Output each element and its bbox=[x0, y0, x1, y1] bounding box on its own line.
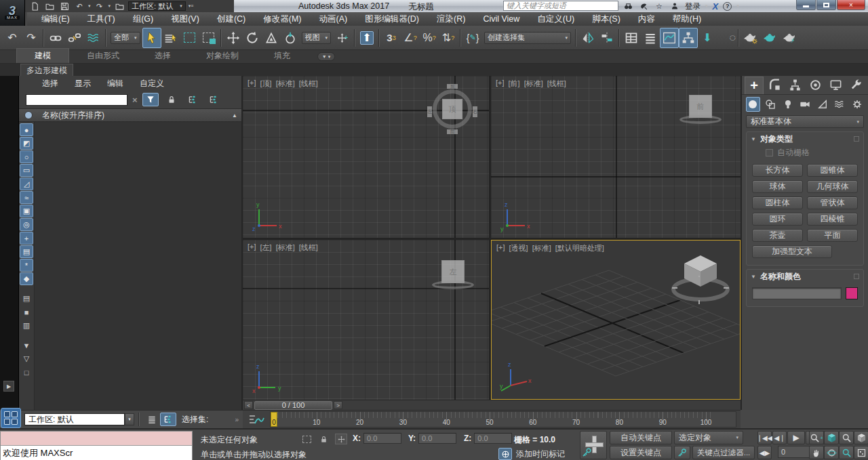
go-to-start-button[interactable]: ❘◀◀ bbox=[757, 431, 772, 444]
viewport-menu-standard[interactable]: [标准] bbox=[524, 79, 543, 89]
snaps-toggle-button[interactable]: 33 bbox=[382, 28, 401, 48]
toggle-ribbon-button[interactable]: ⬇ bbox=[698, 28, 717, 48]
set-keys-button[interactable] bbox=[580, 431, 607, 459]
unlink-selection-button[interactable] bbox=[65, 28, 84, 48]
help-icon[interactable]: ? bbox=[723, 2, 732, 11]
rendered-frame-window-button[interactable] bbox=[760, 28, 779, 48]
pan-view-button[interactable] bbox=[809, 446, 824, 459]
schematic-view-button[interactable] bbox=[679, 28, 698, 48]
menu-item-u[interactable]: 自定义(U) bbox=[528, 12, 583, 26]
clear-search-icon[interactable]: × bbox=[132, 95, 138, 105]
zoom-all-button[interactable]: + bbox=[809, 431, 824, 444]
toggle-space-warps-icon[interactable]: ≈ bbox=[20, 191, 33, 204]
object-type-rollout-header[interactable]: ▼ 对象类型 bbox=[747, 132, 863, 146]
tab-modify[interactable] bbox=[765, 77, 784, 94]
viewcube-compass-ring[interactable] bbox=[679, 115, 722, 124]
category-cameras-icon[interactable] bbox=[798, 97, 812, 112]
ribbon-tab[interactable]: 填充 bbox=[256, 49, 308, 63]
search-input[interactable]: 键入关键字或短语 bbox=[503, 1, 618, 11]
align-button[interactable] bbox=[597, 28, 616, 48]
search-help-icon[interactable] bbox=[623, 1, 633, 11]
auto-key-button[interactable]: 自动关键点 bbox=[610, 431, 672, 444]
previous-frame-button[interactable]: ◀❘ bbox=[772, 431, 787, 444]
sort-ascending-icon[interactable]: ▲ bbox=[232, 112, 237, 119]
primitive-button[interactable]: 几何球体 bbox=[807, 180, 858, 193]
viewcube-compass-ring[interactable] bbox=[432, 280, 474, 289]
object-name-field[interactable] bbox=[752, 287, 842, 299]
play-button[interactable]: ▶ bbox=[787, 431, 805, 444]
maximize-button[interactable] bbox=[816, 0, 836, 10]
object-color-swatch[interactable] bbox=[846, 287, 858, 299]
viewport-menu-standard[interactable]: [标准] bbox=[532, 243, 551, 253]
viewcube-right-tab[interactable]: 右 bbox=[473, 106, 477, 117]
rectangular-selection-region-button[interactable] bbox=[180, 28, 199, 48]
ribbon-tab[interactable]: 对象绘制 bbox=[189, 49, 256, 63]
toggle-shapes-icon[interactable]: ◩ bbox=[20, 137, 33, 150]
menu-item-g[interactable]: 组(G) bbox=[124, 12, 163, 26]
previous-frame-arrow[interactable]: < bbox=[244, 401, 253, 409]
x-coordinate-field[interactable]: 0.0 bbox=[363, 433, 401, 444]
category-helpers-icon[interactable] bbox=[815, 97, 829, 112]
redo-icon[interactable]: ↷ bbox=[94, 1, 106, 12]
zoom-button[interactable] bbox=[839, 431, 854, 444]
viewcube-top-face[interactable]: 顶 bbox=[442, 99, 462, 119]
hierarchy-mode-icon[interactable] bbox=[184, 93, 201, 106]
primitive-category-dropdown[interactable]: 标准基本体 ▾ bbox=[746, 115, 864, 128]
tab-display[interactable] bbox=[826, 77, 845, 94]
flat-view-icon[interactable]: ■ bbox=[20, 306, 33, 318]
y-coordinate-field[interactable]: 0.0 bbox=[418, 433, 456, 444]
name-color-rollout-header[interactable]: ▼ 名称和颜色 bbox=[747, 270, 863, 283]
render-setup-button[interactable] bbox=[741, 28, 760, 48]
viewport-menu-general[interactable]: [+] bbox=[248, 243, 256, 253]
viewport-left[interactable]: [+] [左] [标准] [线框] 左 z y x bbox=[243, 240, 489, 400]
viewport-menu-shading[interactable]: [线框] bbox=[299, 79, 318, 89]
redo-button[interactable]: ↷ bbox=[22, 28, 41, 48]
primitive-button[interactable]: 圆环 bbox=[752, 213, 803, 226]
viewcube-left-tab[interactable]: 左 bbox=[427, 106, 432, 117]
primitive-button[interactable]: 管状体 bbox=[807, 196, 858, 209]
container-view-icon[interactable]: □ bbox=[20, 366, 33, 379]
open-file-icon[interactable] bbox=[43, 1, 56, 12]
viewport-menu-shading[interactable]: [默认明暗处理] bbox=[555, 243, 604, 253]
scene-explorer-toggle-icon[interactable] bbox=[160, 413, 176, 426]
tab-utilities[interactable] bbox=[846, 77, 865, 94]
primitive-button[interactable]: 平面 bbox=[807, 229, 858, 242]
category-geometry-icon[interactable] bbox=[746, 97, 760, 112]
zoom-extents-button[interactable] bbox=[854, 431, 868, 444]
set-key-button[interactable]: 设置关键点 bbox=[610, 446, 672, 459]
viewport-menu-shading[interactable]: [线框] bbox=[547, 79, 566, 89]
menu-item-m[interactable]: 修改器(M) bbox=[254, 12, 310, 26]
primitive-button[interactable]: 球体 bbox=[752, 180, 803, 193]
viewport-menu-pov[interactable]: [透视] bbox=[509, 243, 528, 253]
workspace-selector-caret-icon[interactable]: ▾ bbox=[125, 413, 134, 425]
menu-item-v[interactable]: 视图(V) bbox=[162, 12, 208, 26]
select-and-move-button[interactable] bbox=[224, 28, 243, 48]
orbit-button[interactable] bbox=[824, 446, 839, 459]
isolate-selection-icon[interactable] bbox=[300, 434, 313, 444]
toggle-cameras-icon[interactable]: ▭ bbox=[20, 164, 33, 177]
reference-coordsys-dropdown[interactable]: 视图▾ bbox=[302, 32, 332, 44]
toggle-frozen-icon[interactable]: * bbox=[20, 259, 33, 272]
lock-explorer-icon[interactable] bbox=[163, 93, 180, 106]
menu-item-r[interactable]: 渲染(R) bbox=[428, 12, 474, 26]
overflow-chevrons-icon[interactable]: » bbox=[235, 416, 239, 423]
explorer-menu-item[interactable]: 显示 bbox=[66, 78, 99, 89]
communication-center-icon[interactable] bbox=[638, 1, 649, 11]
filter-combination-icon[interactable]: ▼ bbox=[20, 339, 33, 352]
undo-icon[interactable]: ↶ bbox=[73, 1, 85, 12]
zoom-extents-all-button[interactable] bbox=[824, 431, 839, 444]
menu-item-d[interactable]: 图形编辑器(D) bbox=[356, 12, 428, 26]
signin-caret-icon[interactable]: ▾ bbox=[705, 3, 708, 9]
viewport-menu-standard[interactable]: [标准] bbox=[276, 243, 295, 253]
primitive-button[interactable]: 四棱锥 bbox=[807, 213, 858, 226]
help-caret-icon[interactable]: ▾ bbox=[736, 3, 739, 9]
toggle-hidden-icon[interactable]: ◆ bbox=[20, 272, 33, 285]
tab-motion[interactable] bbox=[806, 77, 825, 94]
workspace-selector[interactable]: 工作区: 默认 bbox=[24, 413, 125, 425]
viewport-menu-pov[interactable]: [左] bbox=[260, 243, 272, 253]
toggle-scene-explorer-button[interactable] bbox=[641, 28, 660, 48]
edit-named-selection-sets-button[interactable]: {✎} bbox=[463, 28, 482, 48]
viewport-menu-general[interactable]: [+] bbox=[496, 243, 505, 253]
search-filter-icon[interactable] bbox=[142, 93, 159, 106]
filter-icon[interactable]: ▽ bbox=[20, 352, 33, 365]
